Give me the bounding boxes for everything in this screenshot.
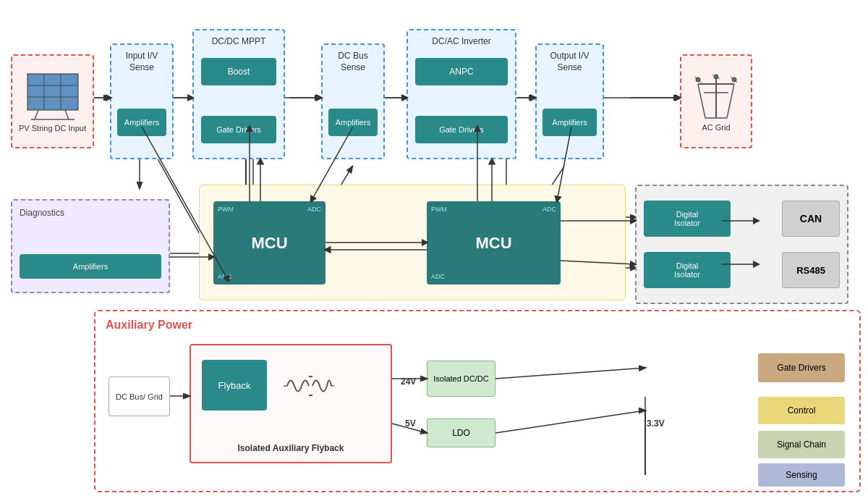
diagnostics-amplifier: Amplifiers (20, 254, 161, 279)
dc-bus-grid-label: DC Bus/ Grid (116, 392, 163, 401)
flyback-outer-box: Flyback Isolated Auxiliary Flyb (190, 344, 392, 463)
mcu-right-adc-top: ADC (542, 206, 556, 213)
sensing-label: Sensing (786, 470, 817, 480)
v5-label: 5V (405, 418, 416, 429)
control-out-box: Control (758, 397, 845, 424)
mcu-left-pwm: PWM (218, 206, 234, 213)
dcdc-gate-drivers: Gate Drivers (201, 116, 276, 143)
svg-line-40 (65, 110, 69, 119)
dcac-title: DC/AC Inverter (408, 36, 515, 48)
output-iv-box: Output I/VSense Amplifiers (535, 43, 604, 159)
v24-label: 24V (401, 376, 416, 387)
dc-bus-title: DC BusSense (323, 51, 383, 73)
mcu-right-pwm: PWM (431, 206, 447, 213)
output-iv-amplifier: Amplifiers (542, 109, 597, 136)
diagnostics-box: Diagnostics Amplifiers (11, 199, 170, 293)
ac-grid-box: AC Grid (680, 54, 752, 148)
can-block: CAN (782, 201, 840, 237)
gate-drivers-out-box: Gate Drivers (758, 353, 845, 382)
dc-bus-sense-box: DC BusSense Amplifiers (321, 43, 385, 159)
svg-line-61 (495, 368, 645, 379)
output-iv-title: Output I/VSense (537, 51, 603, 73)
diagnostics-title: Diagnostics (20, 208, 64, 218)
pv-panel-icon (24, 70, 82, 121)
svg-line-46 (727, 84, 734, 118)
mcu-left-block: PWM ADC MCU ADC (213, 201, 326, 285)
signal-chain-label: Signal Chain (777, 439, 826, 450)
mcu-right-label: MCU (475, 234, 511, 253)
transformer-svg (280, 368, 334, 404)
dcac-gate-drivers: Gate Drivers (415, 116, 508, 143)
rs485-block: RS485 (782, 252, 840, 288)
svg-line-45 (698, 84, 705, 118)
input-iv-title: Input I/VSense (111, 51, 172, 73)
digital-iso-bottom: DigitalIsolator (644, 252, 731, 288)
mcu-right-block: PWM ADC MCU ADC (427, 201, 561, 285)
anpc-block: ANPC (415, 58, 508, 85)
isolated-dcdc-label: Isolated DC/DC (433, 374, 488, 383)
ac-grid-icon (691, 71, 741, 122)
dc-bus-amplifier: Amplifiers (328, 109, 378, 136)
v33-label: 3.3V (647, 418, 665, 429)
dcdc-mppt-title: DC/DC MPPT (194, 36, 284, 48)
diagram: PV String DC Input Input I/VSense Amplif… (0, 0, 868, 501)
flyback-title-label: Isolated Auxiliary Flyback (191, 443, 391, 453)
isolated-dcdc-box: Isolated DC/DC (427, 361, 495, 397)
ac-grid-label: AC Grid (702, 123, 730, 132)
control-out-label: Control (788, 405, 816, 416)
ldo-label: LDO (452, 428, 470, 438)
transformer-symbol (278, 366, 336, 405)
dc-bus-grid-box: DC Bus/ Grid (109, 376, 170, 416)
mcu-right-adc-bottom: ADC (431, 273, 445, 280)
signal-chain-box: Signal Chain (758, 431, 845, 458)
flyback-inner-block: Flyback (202, 360, 267, 411)
sensing-box: Sensing (758, 463, 845, 487)
digital-iso-top: DigitalIsolator (644, 201, 731, 237)
pv-input-box: PV String DC Input (11, 54, 94, 148)
aux-power-title: Auxiliary Power (106, 319, 192, 332)
dcac-box: DC/AC Inverter ANPC Gate Drivers (407, 29, 516, 159)
input-iv-box: Input I/VSense Amplifiers (110, 43, 174, 159)
communication-box: DigitalIsolator CAN DigitalIsolator RS48… (635, 185, 848, 304)
mcu-left-label: MCU (251, 234, 287, 253)
flyback-label: Flyback (218, 380, 251, 391)
aux-power-section: Auxiliary Power DC Bus/ Grid Flyback (94, 310, 861, 492)
svg-rect-34 (27, 74, 78, 110)
mcu-left-adc-top: ADC (307, 206, 321, 213)
mcu-left-adc-bottom: ADC (218, 273, 231, 280)
pv-input-label: PV String DC Input (19, 124, 86, 132)
input-iv-amplifier: Amplifiers (117, 109, 166, 136)
gate-drivers-out-label: Gate Drivers (777, 363, 825, 373)
ldo-box: LDO (427, 418, 495, 447)
boost-block: Boost (201, 58, 276, 85)
dcdc-mppt-box: DC/DC MPPT Boost Gate Drivers (192, 29, 285, 159)
svg-line-39 (35, 110, 38, 119)
svg-line-62 (495, 411, 645, 433)
